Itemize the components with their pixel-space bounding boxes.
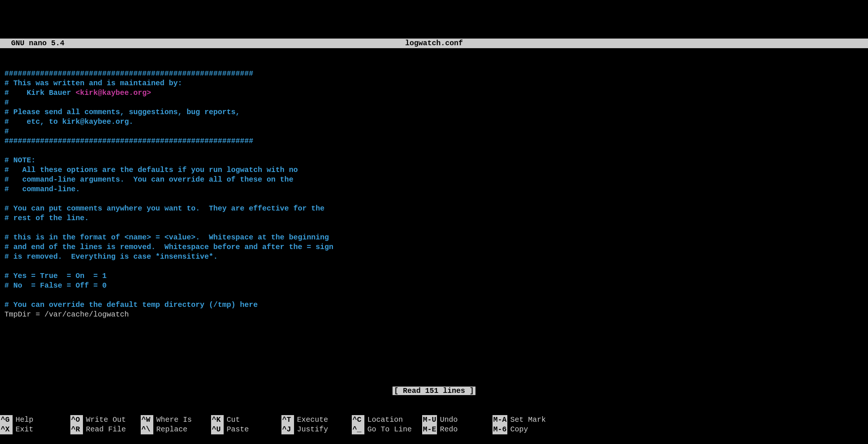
shortcut-key: ^\ xyxy=(141,425,153,434)
editor-line[interactable]: # No = False = Off = 0 xyxy=(4,281,864,291)
shortcut-key: M-E xyxy=(422,425,437,434)
shortcut-label: Exit xyxy=(13,425,33,434)
shortcut-cut[interactable]: ^KCut xyxy=(211,415,281,425)
comment-text: ########################################… xyxy=(4,69,253,78)
comment-text: # No = False = Off = 0 xyxy=(4,281,107,290)
comment-text: # etc, to kirk@kaybee.org. xyxy=(4,117,133,126)
comment-text: # You can override the default temp dire… xyxy=(4,301,258,309)
editor-line[interactable]: # command-line. xyxy=(4,185,864,194)
shortcut-label: Execute xyxy=(294,415,328,425)
shortcut-help[interactable]: ^GHelp xyxy=(0,415,70,425)
shortcut-label: Redo xyxy=(437,425,458,434)
comment-text: # You can put comments anywhere you want… xyxy=(4,204,324,213)
editor-line[interactable] xyxy=(4,291,864,300)
shortcut-justify[interactable]: ^JJustify xyxy=(281,425,352,434)
editor-line[interactable]: # xyxy=(4,98,864,107)
shortcut-execute[interactable]: ^TExecute xyxy=(281,415,352,425)
shortcut-row: ^GHelp^OWrite Out^WWhere Is^KCut^TExecut… xyxy=(0,415,868,425)
comment-text: # this is in the format of <name> = <val… xyxy=(4,233,329,242)
shortcut-key: ^O xyxy=(70,415,83,425)
editor-line[interactable]: # this is in the format of <name> = <val… xyxy=(4,233,864,242)
titlebar: GNU nano 5.4 logwatch.conf xyxy=(0,39,868,48)
shortcut-label: Undo xyxy=(437,415,458,425)
editor-line[interactable]: # command-line arguments. You can overri… xyxy=(4,175,864,185)
shortcut-set-mark[interactable]: M-ASet Mark xyxy=(493,415,563,425)
comment-text: # NOTE: xyxy=(4,156,36,165)
shortcut-label: Copy xyxy=(507,425,528,434)
shortcut-key: ^T xyxy=(281,415,294,425)
shortcut-label: Go To Line xyxy=(364,425,412,434)
shortcut-label: Set Mark xyxy=(507,415,546,425)
editor-line[interactable] xyxy=(4,262,864,271)
comment-text: # This was written and is maintained by: xyxy=(4,79,182,87)
comment-text: # Kirk Bauer xyxy=(4,89,76,97)
shortcut-key: ^J xyxy=(281,425,294,434)
shortcut-label: Write Out xyxy=(83,415,126,425)
shortcut-go-to-line[interactable]: ^_Go To Line xyxy=(352,425,422,434)
comment-text: # command-line arguments. You can overri… xyxy=(4,175,293,184)
editor-line[interactable]: # You can put comments anywhere you want… xyxy=(4,204,864,213)
shortcut-replace[interactable]: ^\Replace xyxy=(141,425,211,434)
comment-text: # xyxy=(4,127,9,136)
editor-area[interactable]: ########################################… xyxy=(0,67,868,319)
editor-line[interactable]: TmpDir = /var/cache/logwatch xyxy=(4,310,864,319)
comment-text: # Yes = True = On = 1 xyxy=(4,272,107,280)
editor-line[interactable]: # and end of the lines is removed. White… xyxy=(4,242,864,252)
editor-line[interactable]: # Please send all comments, suggestions,… xyxy=(4,107,864,117)
shortcut-read-file[interactable]: ^RRead File xyxy=(70,425,141,434)
shortcut-key: ^_ xyxy=(352,425,364,434)
shortcut-key: ^C xyxy=(352,415,364,425)
shortcut-key: M-A xyxy=(493,415,507,425)
comment-text: # rest of the line. xyxy=(4,214,89,222)
shortcut-where-is[interactable]: ^WWhere Is xyxy=(141,415,211,425)
shortcut-label: Paste xyxy=(224,425,249,434)
editor-line[interactable]: # xyxy=(4,127,864,136)
comment-text: # is removed. Everything is case *insens… xyxy=(4,252,218,261)
shortcut-exit[interactable]: ^XExit xyxy=(0,425,70,434)
editor-line[interactable]: ########################################… xyxy=(4,136,864,146)
shortcut-location[interactable]: ^CLocation xyxy=(352,415,422,425)
editor-line[interactable]: # is removed. Everything is case *insens… xyxy=(4,252,864,262)
shortcut-copy[interactable]: M-6Copy xyxy=(493,425,563,434)
comment-text: # xyxy=(4,98,9,107)
shortcut-label: Cut xyxy=(224,415,240,425)
shortcut-label: Read File xyxy=(83,425,126,434)
editor-line[interactable]: # This was written and is maintained by: xyxy=(4,79,864,88)
editor-line[interactable] xyxy=(4,146,864,156)
shortcut-label: Where Is xyxy=(153,415,192,425)
shortcut-key: M-6 xyxy=(493,425,507,434)
shortcut-key: ^W xyxy=(141,415,153,425)
editor-line[interactable] xyxy=(4,223,864,233)
shortcut-redo[interactable]: M-ERedo xyxy=(422,425,493,434)
editor-line[interactable] xyxy=(4,194,864,204)
shortcut-label: Location xyxy=(364,415,403,425)
editor-line[interactable]: ########################################… xyxy=(4,69,864,79)
comment-text: # Please send all comments, suggestions,… xyxy=(4,108,240,116)
editor-line[interactable]: # You can override the default temp dire… xyxy=(4,300,864,310)
comment-text: # and end of the lines is removed. White… xyxy=(4,243,333,251)
shortcut-key: ^G xyxy=(0,415,13,425)
editor-line[interactable]: # rest of the line. xyxy=(4,213,864,223)
shortcut-key: ^K xyxy=(211,415,224,425)
code-text: TmpDir = /var/cache/logwatch xyxy=(4,310,129,319)
editor-line[interactable]: # etc, to kirk@kaybee.org. xyxy=(4,117,864,127)
shortcut-paste[interactable]: ^UPaste xyxy=(211,425,281,434)
editor-line[interactable]: # All these options are the defaults if … xyxy=(4,165,864,175)
status-area: [ Read 151 lines ] ^GHelp^OWrite Out^WWh… xyxy=(0,367,868,444)
shortcut-key: M-U xyxy=(422,415,437,425)
filename: logwatch.conf xyxy=(405,39,463,48)
shortcut-undo[interactable]: M-UUndo xyxy=(422,415,493,425)
editor-line[interactable]: # Kirk Bauer <kirk@kaybee.org> xyxy=(4,88,864,98)
editor-line[interactable]: # NOTE: xyxy=(4,156,864,165)
shortcut-label: Justify xyxy=(294,425,328,434)
email-text: <kirk@kaybee.org> xyxy=(76,89,151,97)
editor-line[interactable]: # Yes = True = On = 1 xyxy=(4,271,864,281)
shortcut-write-out[interactable]: ^OWrite Out xyxy=(70,415,141,425)
shortcut-key: ^U xyxy=(211,425,224,434)
shortcut-row: ^XExit^RRead File^\Replace^UPaste^JJusti… xyxy=(0,425,868,434)
status-message: [ Read 151 lines ] xyxy=(0,386,868,396)
comment-text: ########################################… xyxy=(4,137,253,145)
shortcut-bar: ^GHelp^OWrite Out^WWhere Is^KCut^TExecut… xyxy=(0,415,868,434)
shortcut-label: Replace xyxy=(153,425,187,434)
shortcut-key: ^R xyxy=(70,425,83,434)
